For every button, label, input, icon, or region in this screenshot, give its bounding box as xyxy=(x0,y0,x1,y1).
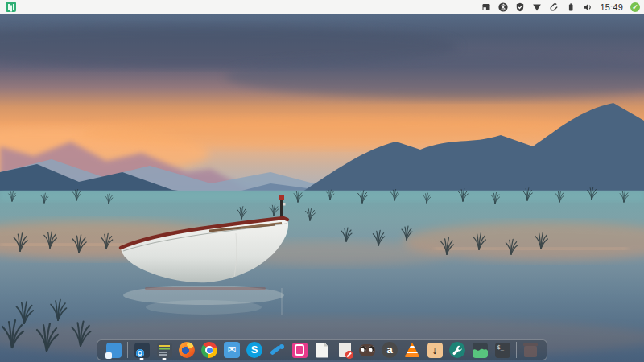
dock-item-skype[interactable]: S xyxy=(246,340,263,360)
dock: ✉ S a ↓ $_ xyxy=(97,339,547,360)
dock-separator xyxy=(516,342,517,358)
dock-item-amazon[interactable]: a xyxy=(381,340,398,360)
clipboard-icon[interactable] xyxy=(549,2,559,12)
dock-item-goggles-viewer[interactable] xyxy=(358,340,376,360)
mail-icon: ✉ xyxy=(224,342,240,358)
file-manager-icon xyxy=(106,343,122,358)
clock[interactable]: 15:49 xyxy=(600,2,623,12)
network-icon[interactable] xyxy=(532,2,542,12)
dock-item-text-document[interactable] xyxy=(313,340,331,360)
dock-item-vlc[interactable] xyxy=(403,340,421,360)
bluetooth-icon[interactable] xyxy=(498,2,508,12)
manjaro-logo[interactable] xyxy=(6,2,16,12)
top-panel: 15:49 ✓ xyxy=(0,0,644,14)
dock-item-ms-office[interactable] xyxy=(291,340,308,360)
terminal-icon: $_ xyxy=(495,343,510,358)
dock-item-software-update[interactable] xyxy=(155,340,173,360)
dock-item-system-monitor[interactable] xyxy=(471,340,489,360)
wallpaper-image xyxy=(0,0,644,362)
vlc-icon xyxy=(405,343,419,357)
desktop: 15:49 ✓ ✉ S a ↓ $_ xyxy=(0,0,644,362)
dock-separator xyxy=(127,342,128,358)
volume-icon[interactable] xyxy=(583,2,592,12)
drawing-tool-icon xyxy=(269,342,285,358)
firefox-icon xyxy=(179,342,195,358)
trash-icon xyxy=(523,343,538,357)
document-restricted-icon xyxy=(339,343,351,357)
ms-office-icon xyxy=(292,343,308,358)
download-icon: ↓ xyxy=(427,343,443,358)
screenshot-icon xyxy=(134,343,150,358)
dock-item-trash[interactable] xyxy=(522,340,539,360)
display-icon[interactable] xyxy=(481,2,491,12)
software-update-icon xyxy=(157,343,172,358)
system-tray: 15:49 ✓ xyxy=(481,2,640,12)
dock-item-file-manager[interactable] xyxy=(105,340,122,360)
updates-icon[interactable]: ✓ xyxy=(630,2,640,12)
goggles-icon xyxy=(359,344,375,356)
chrome-icon xyxy=(201,342,217,358)
dock-item-terminal[interactable]: $_ xyxy=(493,340,511,360)
wrench-icon xyxy=(449,342,465,358)
amazon-icon: a xyxy=(382,342,398,358)
dock-item-firefox[interactable] xyxy=(178,340,196,360)
dock-item-document-restricted[interactable] xyxy=(336,340,353,360)
dock-item-drawing-tool[interactable] xyxy=(268,340,286,360)
system-monitor-icon xyxy=(473,343,488,358)
dock-item-screenshot-tool[interactable] xyxy=(133,340,151,360)
shield-check-icon[interactable] xyxy=(515,2,525,12)
skype-icon: S xyxy=(246,342,262,358)
dock-item-download-manager[interactable]: ↓ xyxy=(426,340,444,360)
dock-item-mail[interactable]: ✉ xyxy=(223,340,241,360)
dock-item-system-tools[interactable] xyxy=(448,340,466,360)
dock-item-chrome[interactable] xyxy=(200,340,218,360)
battery-icon[interactable] xyxy=(566,2,576,12)
document-icon xyxy=(316,343,328,358)
